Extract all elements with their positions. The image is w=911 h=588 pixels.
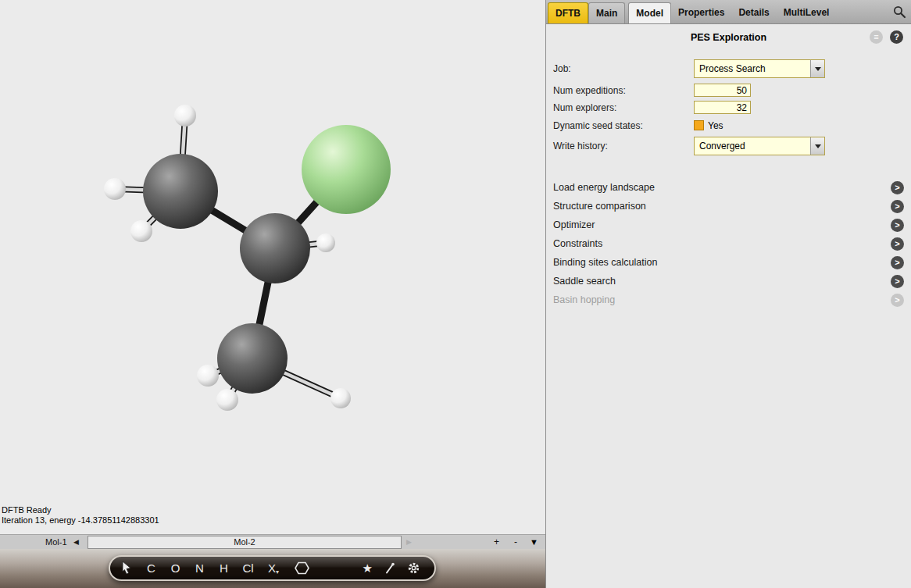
chevron-right-icon: > [891, 294, 904, 307]
num-explorers-label: Num explorers: [553, 102, 694, 113]
search-icon[interactable] [893, 0, 906, 23]
link-label: Binding sites calculation [553, 257, 657, 268]
link-label: Structure comparison [553, 201, 646, 212]
status-iteration: Iteration 13, energy -14.37851142883301 [2, 515, 159, 526]
molecule-svg[interactable] [0, 0, 545, 534]
link-saddle-search[interactable]: Saddle search > [546, 272, 911, 290]
job-label: Job: [553, 63, 694, 74]
settings-panel: DFTB Main Model Properties Details Multi… [545, 0, 911, 588]
element-x-label: X [268, 561, 276, 575]
link-label: Saddle search [553, 276, 616, 287]
panel-header: PES Exploration ≡ ? [546, 30, 911, 45]
chevron-right-icon[interactable]: > [891, 200, 904, 213]
link-label: Load energy landscape [553, 182, 655, 193]
atom-H[interactable] [104, 178, 126, 200]
atom-C[interactable] [143, 154, 218, 229]
tab-details[interactable]: Details [731, 2, 776, 23]
form-row-write-history: Write history: Converged [553, 137, 904, 155]
form-row-job: Job: Process Search [553, 59, 904, 78]
help-icon[interactable]: ? [890, 30, 903, 44]
atom-Cl[interactable] [302, 125, 391, 214]
panel-tab-bar: DFTB Main Model Properties Details Multi… [546, 0, 911, 24]
menu-icon[interactable]: ≡ [870, 30, 883, 44]
tab-properties[interactable]: Properties [671, 2, 731, 23]
atom-H[interactable] [174, 105, 196, 127]
panel-title: PES Exploration [546, 30, 911, 45]
link-binding-sites-calculation[interactable]: Binding sites calculation > [546, 253, 911, 272]
atom-H[interactable] [130, 220, 152, 242]
chevron-right-icon[interactable]: > [891, 237, 904, 251]
element-button-h[interactable]: H [212, 561, 236, 575]
wand-icon[interactable] [384, 562, 395, 575]
num-explorers-input[interactable] [694, 101, 751, 114]
link-optimizer[interactable]: Optimizer > [546, 216, 911, 234]
link-label: Optimizer [553, 219, 595, 230]
element-button-c[interactable]: C [139, 561, 163, 575]
link-label: Constraints [553, 238, 602, 249]
element-button-n[interactable]: N [188, 561, 212, 575]
element-button-x[interactable]: X▾ [260, 561, 287, 576]
atom-C[interactable] [217, 323, 288, 394]
dropdown-arrow-icon[interactable] [810, 137, 824, 155]
write-history-dropdown[interactable]: Converged [694, 137, 825, 155]
element-button-cl[interactable]: Cl [236, 561, 260, 575]
molecule-viewport[interactable]: DFTB Ready Iteration 13, energy -14.3785… [0, 0, 545, 534]
scroll-left-icon[interactable]: ◀ [73, 535, 79, 549]
tab-mol-1[interactable]: Mol-1 [45, 535, 67, 549]
job-dropdown-value: Process Search [695, 60, 810, 77]
remove-molecule-button[interactable]: - [514, 535, 517, 549]
pointer-tool-icon[interactable] [121, 561, 133, 575]
write-history-dropdown-value: Converged [695, 137, 810, 155]
tab-main[interactable]: Main [588, 2, 625, 23]
molecule-menu-icon[interactable]: ▼ [530, 535, 538, 549]
write-history-label: Write history: [553, 141, 694, 151]
form-row-num-expeditions: Num expeditions: [553, 83, 904, 98]
molecule-tab-strip: Mol-1 ◀ Mol-2 ▶ + - ▼ [0, 534, 545, 550]
atom-H[interactable] [216, 389, 238, 411]
gear-icon[interactable] [407, 561, 420, 575]
ring-tool-icon[interactable] [295, 561, 309, 575]
atom-H[interactable] [316, 233, 335, 252]
tab-multilevel[interactable]: MultiLevel [777, 2, 837, 23]
num-expeditions-label: Num expeditions: [553, 85, 694, 96]
form-row-dynamic-seed: Dynamic seed states: Yes [553, 118, 904, 133]
link-structure-comparison[interactable]: Structure comparison > [546, 197, 911, 216]
subpanel-links: Load energy landscape > Structure compar… [546, 178, 911, 309]
element-button-o[interactable]: O [163, 561, 188, 575]
application-window: DFTB Ready Iteration 13, energy -14.3785… [0, 0, 911, 588]
tab-model[interactable]: Model [628, 2, 671, 23]
dynamic-seed-label: Dynamic seed states: [553, 120, 694, 131]
atom-C[interactable] [240, 213, 310, 283]
element-toolbar: C O N H Cl X▾ ★ [109, 555, 436, 581]
atom-H[interactable] [197, 365, 219, 387]
form-row-num-explorers: Num explorers: [553, 100, 904, 115]
add-molecule-button[interactable]: + [494, 535, 499, 549]
link-constraints[interactable]: Constraints > [546, 234, 911, 253]
toolbar-shelf: C O N H Cl X▾ ★ [0, 549, 545, 588]
dynamic-seed-checkbox[interactable] [694, 120, 704, 130]
dropdown-arrow-icon[interactable] [810, 60, 824, 77]
status-engine: DFTB Ready [2, 505, 159, 515]
link-label: Basin hopping [553, 294, 615, 305]
job-dropdown[interactable]: Process Search [694, 59, 825, 78]
atom-H[interactable] [330, 388, 351, 408]
tab-dftb[interactable]: DFTB [548, 2, 588, 23]
tab-mol-2-label: Mol-2 [234, 537, 255, 547]
link-basin-hopping: Basin hopping > [546, 290, 911, 309]
chevron-right-icon[interactable]: > [891, 219, 904, 232]
chevron-right-icon[interactable]: > [891, 256, 904, 269]
link-load-energy-landscape[interactable]: Load energy landscape > [546, 178, 911, 197]
dynamic-seed-value: Yes [708, 120, 723, 131]
chevron-right-icon[interactable]: > [891, 181, 904, 194]
num-expeditions-input[interactable] [694, 84, 751, 97]
tab-mol-2[interactable]: Mol-2 [88, 536, 402, 549]
star-icon[interactable]: ★ [363, 561, 373, 576]
chevron-down-icon: ▾ [276, 568, 279, 576]
chevron-right-icon[interactable]: > [891, 275, 904, 288]
status-area: DFTB Ready Iteration 13, energy -14.3785… [2, 505, 159, 526]
scroll-right-icon: ▶ [406, 535, 412, 549]
